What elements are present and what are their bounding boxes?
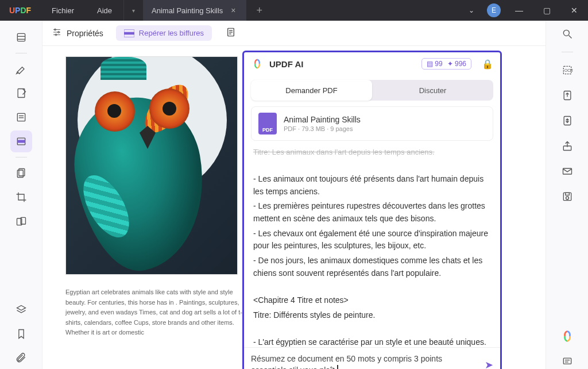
ai-doc-name: Animal Painting Skills [284, 115, 361, 124]
chevron-down-icon: ▾ [132, 7, 135, 14]
updf-ai-icon[interactable] [560, 329, 575, 344]
svg-rect-34 [565, 193, 569, 195]
titlebar: UPDF Fichier Aide ▾ Animal Painting Skil… [0, 0, 588, 21]
ai-credits-badge[interactable]: ▤ 99 ✦ 996 [421, 58, 471, 70]
ocr-icon[interactable]: OCR [560, 63, 575, 78]
svg-line-26 [568, 36, 571, 39]
avatar[interactable]: E [487, 3, 501, 17]
svg-rect-8 [17, 140, 25, 143]
ai-panel: UPDF AI ▤ 99 ✦ 996 🔒 Demander PDF Discut… [242, 51, 502, 369]
ai-input[interactable]: Résumez ce document en 50 mots y compris… [251, 353, 480, 369]
layers-icon[interactable] [10, 299, 32, 321]
pages-icon[interactable] [10, 162, 32, 184]
convert-icon[interactable] [560, 88, 575, 103]
ai-document-chip[interactable]: PDF Animal Painting Skills PDF · 79.3 MB… [251, 106, 493, 141]
sliders-icon[interactable] [52, 27, 62, 39]
updf-ai-logo-icon [251, 57, 264, 70]
menu-file[interactable]: Fichier [40, 6, 86, 15]
svg-point-25 [563, 30, 569, 36]
text-cursor [337, 365, 338, 369]
lock-icon[interactable]: 🔒 [482, 59, 493, 70]
svg-rect-32 [563, 168, 571, 174]
ai-input-row: Résumez ce document en 50 mots y compris… [244, 347, 500, 369]
menu-help[interactable]: Aide [86, 6, 123, 15]
redact-find-button[interactable]: Repérer les biffures [116, 25, 212, 41]
tab-chat[interactable]: Discuter [372, 80, 493, 101]
svg-rect-36 [563, 358, 571, 364]
send-button[interactable]: ➤ [485, 359, 493, 369]
app-logo: UPDF [0, 6, 40, 15]
compress-icon[interactable] [560, 113, 575, 128]
ai-panel-title: UPDF AI [269, 59, 303, 69]
close-icon[interactable]: × [229, 6, 238, 15]
email-icon[interactable] [560, 164, 575, 179]
window-minimize-button[interactable]: — [505, 6, 533, 15]
ai-tabs: Demander PDF Discuter [251, 80, 493, 101]
comments-icon[interactable] [560, 354, 575, 369]
svg-rect-4 [17, 113, 25, 121]
properties-label: Propriétés [67, 29, 103, 38]
svg-point-35 [566, 197, 568, 199]
search-icon[interactable] [560, 26, 575, 41]
content-area: Propriétés Repérer les biffures [42, 21, 546, 369]
tab-ask-pdf[interactable]: Demander PDF [251, 80, 372, 101]
save-icon[interactable] [560, 189, 575, 204]
new-tab-button[interactable]: + [246, 5, 273, 17]
compare-icon[interactable] [10, 210, 32, 232]
svg-rect-0 [17, 33, 25, 41]
right-sidebar: OCR [546, 21, 588, 369]
ai-chat-body[interactable]: Titre: Les animaux dans l'art depuis les… [244, 144, 500, 347]
bookmark-icon[interactable] [10, 323, 32, 345]
pdf-file-icon: PDF [258, 113, 277, 134]
share-icon[interactable] [560, 139, 575, 153]
highlight-tool-icon[interactable] [10, 58, 32, 80]
text-document-icon[interactable] [226, 27, 236, 40]
ai-doc-meta: PDF · 79.3 MB · 9 pages [284, 125, 361, 132]
window-close-button[interactable]: ✕ [560, 6, 588, 15]
tab-prev-indicator[interactable]: ▾ [123, 0, 143, 21]
svg-text:OCR: OCR [564, 68, 573, 72]
attachment-icon[interactable] [10, 347, 32, 369]
properties-toolbar: Propriétés Repérer les biffures [42, 21, 546, 46]
left-sidebar [0, 21, 42, 369]
redact-tool-icon[interactable] [10, 130, 32, 152]
page-image-owl [65, 56, 238, 275]
chevron-down-icon[interactable]: ⌄ [461, 6, 482, 14]
tab-title: Animal Painting Skills [152, 6, 223, 15]
crop-icon[interactable] [10, 186, 32, 208]
thumbnails-icon[interactable] [10, 26, 32, 48]
document-page[interactable]: Egyptian art celebrates animals like cat… [65, 56, 255, 363]
window-maximize-button[interactable]: ▢ [533, 6, 560, 15]
edit-page-icon[interactable] [10, 82, 32, 104]
tab-document[interactable]: Animal Painting Skills × [143, 0, 246, 21]
svg-rect-20 [124, 32, 134, 34]
redact-find-label: Repérer les biffures [139, 29, 204, 37]
page-body-text: Egyptian art celebrates animals like cat… [65, 287, 243, 338]
form-icon[interactable] [10, 106, 32, 128]
